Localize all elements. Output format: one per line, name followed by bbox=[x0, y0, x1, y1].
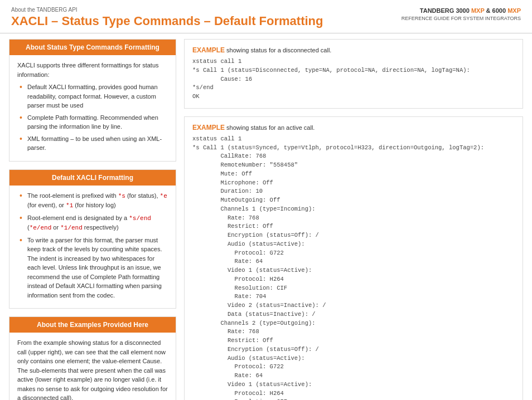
about-status-section: About Status Type Commands Formatting XA… bbox=[9, 39, 176, 162]
disconnected-example-label: EXAMPLE showing status for a disconnecte… bbox=[192, 46, 515, 54]
default-xacli-section: Default XACLI Formatting The root-elemen… bbox=[9, 169, 176, 309]
mxp1: MXP bbox=[471, 7, 485, 14]
about-status-body: XACLI supports three different formattin… bbox=[9, 55, 176, 161]
active-code: xstatus call 1 *s Call 1 (status=Synced,… bbox=[192, 135, 515, 400]
default-xacli-header: Default XACLI Formatting bbox=[9, 170, 176, 186]
disconnected-code: xstatus call 1 *s Call 1 (status=Disconn… bbox=[192, 57, 515, 101]
default-xacli-list: The root-element is prefixed with *s (fo… bbox=[17, 191, 168, 300]
example-word-1: EXAMPLE bbox=[192, 46, 225, 54]
page-body: About Status Type Commands Formatting XA… bbox=[0, 33, 532, 400]
brand-name: TANDBERG 3000 MXP & 6000 MXP bbox=[402, 7, 521, 15]
header-brand: TANDBERG 3000 MXP & 6000 MXP REFERENCE G… bbox=[402, 7, 521, 22]
code-e: *e bbox=[160, 193, 167, 199]
active-example-label: EXAMPLE showing status for an active cal… bbox=[192, 124, 515, 131]
code-eend: *e/end bbox=[30, 225, 52, 231]
mxp2: MXP bbox=[507, 7, 521, 14]
example-word-2: EXAMPLE bbox=[192, 124, 225, 131]
right-column: EXAMPLE showing status for a disconnecte… bbox=[184, 39, 523, 400]
list-item: To write a parser for this format, the p… bbox=[20, 236, 168, 300]
active-example-box: EXAMPLE showing status for an active cal… bbox=[184, 116, 523, 400]
disconnected-example-box: EXAMPLE showing status for a disconnecte… bbox=[184, 39, 523, 109]
about-status-list: Default XACLI formatting, provides good … bbox=[17, 82, 168, 153]
about-examples-para: From the example showing status for a di… bbox=[17, 338, 168, 400]
page-header: About the TANDBERG API XACLI – Status Ty… bbox=[0, 0, 532, 33]
list-item: Root-element end is designated by a *s/e… bbox=[20, 213, 168, 233]
example-label-rest-2: showing status for an active call. bbox=[225, 124, 315, 131]
default-xacli-body: The root-element is prefixed with *s (fo… bbox=[9, 186, 176, 309]
about-status-header: About Status Type Commands Formatting bbox=[9, 40, 176, 55]
list-item: XML formatting – to be used when using a… bbox=[20, 134, 168, 153]
about-examples-header: About the Examples Provided Here bbox=[9, 317, 176, 333]
code-send: *s/end bbox=[129, 215, 151, 222]
about-examples-body: From the example showing status for a di… bbox=[9, 333, 176, 400]
about-status-intro: XACLI supports three different formattin… bbox=[17, 61, 168, 79]
brand-subtitle: REFERENCE GUIDE FOR SYSTEM INTEGRATORS bbox=[402, 15, 521, 22]
list-item: Default XACLI formatting, provides good … bbox=[20, 82, 168, 110]
example-label-rest-1: showing status for a disconnected call. bbox=[225, 47, 331, 53]
code-s: *s bbox=[118, 193, 125, 199]
list-item: Complete Path formatting. Recommended wh… bbox=[20, 113, 168, 131]
code-1end: *1/end bbox=[60, 225, 83, 231]
code-1: *1 bbox=[66, 202, 73, 209]
list-item: The root-element is prefixed with *s (fo… bbox=[20, 191, 168, 211]
about-examples-section: About the Examples Provided Here From th… bbox=[9, 316, 176, 400]
left-column: About Status Type Commands Formatting XA… bbox=[9, 39, 176, 400]
